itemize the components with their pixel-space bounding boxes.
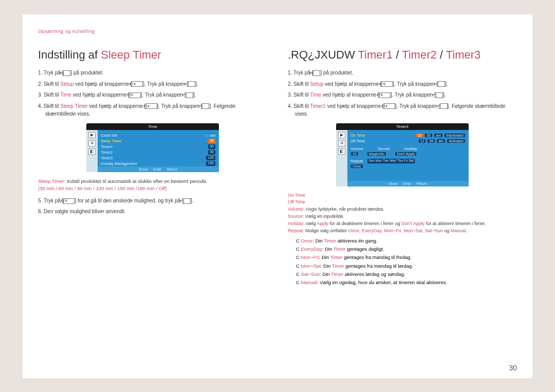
steps-list: 1. Tryk på [m] på produktet. 2. Skift ti… bbox=[38, 69, 267, 118]
enter-icon: ↵ bbox=[440, 103, 448, 109]
right-column: .RQ¿JXUDW Timer1 / Timer2 / Timer3 1. Tr… bbox=[288, 48, 517, 287]
step-3: 3. Skift til Time ved hjælp af knapperne… bbox=[288, 91, 517, 99]
notes-block: On Time Off Time Volume: Angiv lydstyrke… bbox=[288, 192, 517, 235]
step-6: 6. Den valgte mulighed bliver anvendt. bbox=[38, 208, 267, 216]
steps-list-cont: 5. Tryk på [∧/∨] for at gå til den ønske… bbox=[38, 197, 267, 216]
osd-main-panel: On Time 12 00 am Inactivated Off Time bbox=[347, 130, 469, 186]
osd-side-btn: ▶ bbox=[88, 132, 96, 138]
breadcrumb: Opsætning og nulstilling bbox=[38, 29, 517, 34]
menu-icon: m bbox=[313, 70, 320, 76]
step-3: 3. Skift til Time ved hjælp af knapperne… bbox=[38, 91, 267, 99]
document-page: Opsætning og nulstilling Indstilling af … bbox=[23, 14, 532, 378]
repeat-options-list: C Once: Din Timer aktiveres én gang. C E… bbox=[288, 237, 517, 287]
osd-screenshot-time: Time ▶ ✲ ◧ Clock Set--:--am Sleep Timer3… bbox=[86, 123, 219, 173]
heading-plain: .RQ¿JXUDW bbox=[288, 48, 358, 61]
osd-side-btn: ◧ bbox=[88, 148, 96, 155]
enter-icon: ↵ bbox=[436, 92, 443, 98]
osd-side-btn: ▶ bbox=[338, 132, 345, 138]
enter-icon: ↵ bbox=[438, 81, 445, 87]
list-item: C Manual: Vælg en ugedag, hvor du ønsker… bbox=[288, 278, 517, 287]
osd-title: Timer1 bbox=[336, 123, 469, 130]
osd-sidebar: ▶ ✲ ◧ bbox=[336, 130, 347, 186]
enter-icon: ↵ bbox=[202, 103, 209, 109]
columns: Indstilling af Sleep Timer 1. Tryk på [m… bbox=[38, 48, 517, 287]
heading-accent: Sleep Timer bbox=[101, 48, 161, 61]
enter-icon: ↵ bbox=[186, 92, 193, 98]
step-4: 4. Skift til Timer1 ved hjælp af knapper… bbox=[288, 102, 517, 118]
steps-list: 1. Tryk på [m] på produktet. 2. Skift ti… bbox=[288, 69, 517, 118]
list-item: C Sat~Sun: Din Timer aktiveres lørdag og… bbox=[288, 270, 517, 278]
osd-side-btn: ◧ bbox=[338, 148, 345, 155]
updown-icon: ∧/∨ bbox=[379, 92, 391, 98]
step-1: 1. Tryk på [m] på produktet. bbox=[38, 69, 267, 77]
description-sleep-timer: Sleep Timer: Indstil produktet til autom… bbox=[38, 178, 267, 193]
section-heading-timer: .RQ¿JXUDW Timer1 / Timer2 / Timer3 bbox=[288, 48, 517, 62]
osd-footer: Move Enter Return bbox=[98, 166, 219, 172]
updown-icon: ∧/∨ bbox=[381, 81, 393, 87]
updown-icon: ∧/∨ bbox=[63, 198, 75, 204]
osd-title: Time bbox=[86, 123, 219, 130]
step-5: 5. Tryk på [∧/∨] for at gå til den ønske… bbox=[38, 197, 267, 205]
step-2: 2. Skift til Setup ved hjælp af knappern… bbox=[288, 80, 517, 88]
osd-sidebar: ▶ ✲ ◧ bbox=[86, 130, 98, 172]
enter-icon: ↵ bbox=[183, 198, 191, 204]
section-heading-sleep-timer: Indstilling af Sleep Timer bbox=[38, 48, 267, 62]
updown-icon: ∧/∨ bbox=[132, 81, 143, 87]
updown-icon: ∧/∨ bbox=[130, 92, 141, 98]
heading-plain: Indstilling af bbox=[38, 48, 101, 61]
step-1: 1. Tryk på [m] på produktet. bbox=[288, 69, 517, 77]
osd-side-btn: ✲ bbox=[88, 140, 96, 146]
step-2: 2. Skift til Setup ved hjælp af knappern… bbox=[38, 80, 267, 88]
list-item: C EveryDay: Din Timer gentages dagligt. bbox=[288, 245, 517, 253]
updown-icon: ∧/∨ bbox=[146, 103, 157, 109]
page-number: 30 bbox=[509, 364, 517, 372]
osd-footer: Move Enter Return bbox=[347, 181, 469, 186]
list-item: C Mon~Sat: Din Timer gentages fra mandag… bbox=[288, 262, 517, 270]
osd-main-panel: Clock Set--:--am Sleep Timer30 Timer160 … bbox=[98, 130, 219, 172]
enter-icon: ↵ bbox=[188, 81, 195, 87]
osd-side-btn: ✲ bbox=[338, 140, 345, 146]
updown-icon: ∧/∨ bbox=[384, 103, 395, 109]
menu-icon: m bbox=[63, 70, 70, 76]
step-4: 4. Skift til Sleep Timer ved hjælp af kn… bbox=[38, 102, 267, 118]
left-column: Indstilling af Sleep Timer 1. Tryk på [m… bbox=[38, 48, 267, 287]
list-item: C Mon~Fri: Din Timer gentages fra mandag… bbox=[288, 253, 517, 262]
osd-screenshot-timer1: Timer1 ▶ ✲ ◧ On Time 12 00 am bbox=[336, 123, 469, 187]
list-item: C Once: Din Timer aktiveres én gang. bbox=[288, 237, 517, 245]
